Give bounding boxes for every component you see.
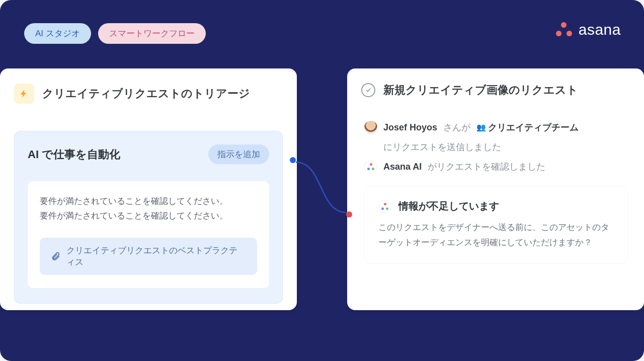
bolt-icon <box>14 84 34 104</box>
instruction-inner-card: 要件が満たされていることを確認してください。 要件が満たされていることを確認して… <box>28 181 269 288</box>
pill-smart-workflow[interactable]: スマートワークフロー <box>98 23 206 44</box>
asana-ai-icon <box>378 200 391 213</box>
activity-confirmed-text: がリクエストを確認しました <box>428 161 545 173</box>
requirement-line-1: 要件が満たされていることを確認してください。 <box>40 194 257 209</box>
feature-pills: AI スタジオ スマートワークフロー <box>24 23 206 44</box>
asana-ai-icon <box>364 160 377 173</box>
pill-ai-studio[interactable]: AI スタジオ <box>24 23 91 44</box>
request-title: 新規クリエイティブ画像のリクエスト <box>383 83 578 98</box>
ai-response-body: このリクエストをデザイナーへ送る前に、このアセットのターゲットオーディエンスを明… <box>378 220 614 250</box>
activity-user-name: Josef Hoyos <box>383 122 437 133</box>
ai-card-title: AI で仕事を自動化 <box>28 147 120 162</box>
marketing-stage: AI スタジオ スマートワークフロー asana クリエイティブリクエストのトリ… <box>0 0 644 361</box>
ai-automation-card: AI で仕事を自動化 指示を追加 要件が満たされていることを確認してください。 … <box>14 131 283 304</box>
activity-sent-row: にリクエストを送信しました <box>364 141 628 153</box>
paperclip-icon <box>51 251 60 261</box>
ai-response-title: 情報が不足しています <box>398 199 499 213</box>
request-panel: 新規クリエイティブ画像のリクエスト Josef Hoyos さんが 👥 クリエイ… <box>347 68 644 310</box>
activity-user-row: Josef Hoyos さんが 👥 クリエイティブチーム <box>364 121 628 134</box>
team-name: クリエイティブチーム <box>488 121 579 133</box>
panel-header: クリエイティブリクエストのトリアージ <box>14 84 283 104</box>
attachment-label: クリエイティブリクエストのベストプラクティス <box>66 245 246 268</box>
activity-feed: Josef Hoyos さんが 👥 クリエイティブチーム にリクエストを送信しま… <box>361 121 628 263</box>
asana-logo-icon <box>555 21 573 38</box>
team-chip[interactable]: 👥 クリエイティブチーム <box>476 121 579 133</box>
asana-wordmark: asana <box>579 21 621 38</box>
add-instruction-button[interactable]: 指示を追加 <box>208 145 269 164</box>
requirement-line-2: 要件が満たされていることを確認してください。 <box>40 209 257 224</box>
ai-response-card: 情報が不足しています このリクエストをデザイナーへ送る前に、このアセットのターゲ… <box>364 186 628 263</box>
avatar <box>364 121 377 134</box>
activity-ai-row: Asana AI がリクエストを確認しました <box>364 160 628 173</box>
asana-brand: asana <box>555 21 621 38</box>
request-header: 新規クリエイティブ画像のリクエスト <box>361 83 628 98</box>
activity-user-suffix: さんが <box>443 121 470 133</box>
activity-sent-text: にリクエストを送信しました <box>383 141 501 153</box>
check-circle-icon[interactable] <box>361 83 375 97</box>
asana-ai-label: Asana AI <box>383 162 422 172</box>
triage-title: クリエイティブリクエストのトリアージ <box>42 86 250 101</box>
attachment-chip[interactable]: クリエイティブリクエストのベストプラクティス <box>40 238 257 275</box>
workflow-connector <box>293 160 349 214</box>
triage-panel: クリエイティブリクエストのトリアージ AI で仕事を自動化 指示を追加 要件が満… <box>0 68 297 310</box>
people-icon: 👥 <box>476 123 486 132</box>
